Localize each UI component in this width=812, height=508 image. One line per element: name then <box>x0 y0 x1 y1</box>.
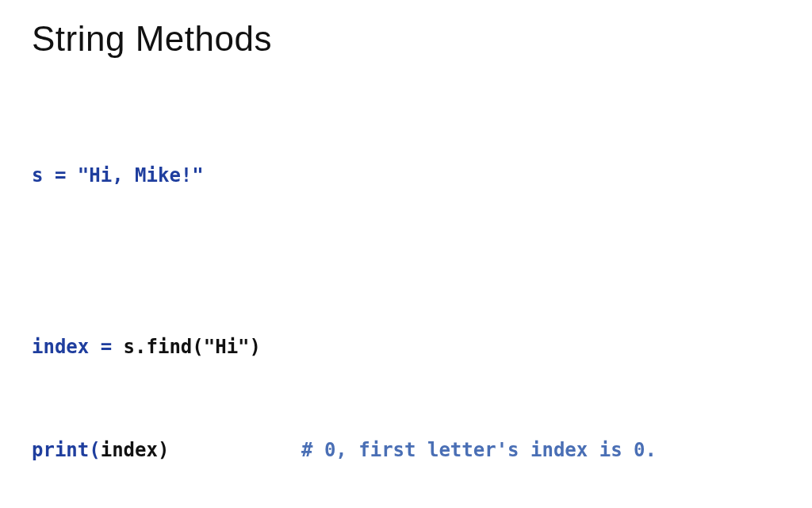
code-line: print(index)# 0, first letter's index is… <box>32 433 780 468</box>
code-comment: # 0, first letter's index is 0. <box>301 439 657 461</box>
slide-title: String Methods <box>32 19 780 59</box>
code-text: index) <box>101 439 170 461</box>
code-text: s.find("Hi") <box>124 336 261 358</box>
code-keyword: print( <box>32 439 101 461</box>
code-keyword: s = "Hi, Mike!" <box>32 164 204 187</box>
code-keyword: index = <box>32 336 124 358</box>
code-block: s = "Hi, Mike!" index = s.find("Hi") pri… <box>32 90 780 508</box>
code-line: index = s.find("Hi") <box>32 330 780 364</box>
code-line: s = "Hi, Mike!" <box>32 159 780 193</box>
slide: String Methods s = "Hi, Mike!" index = s… <box>0 0 812 508</box>
